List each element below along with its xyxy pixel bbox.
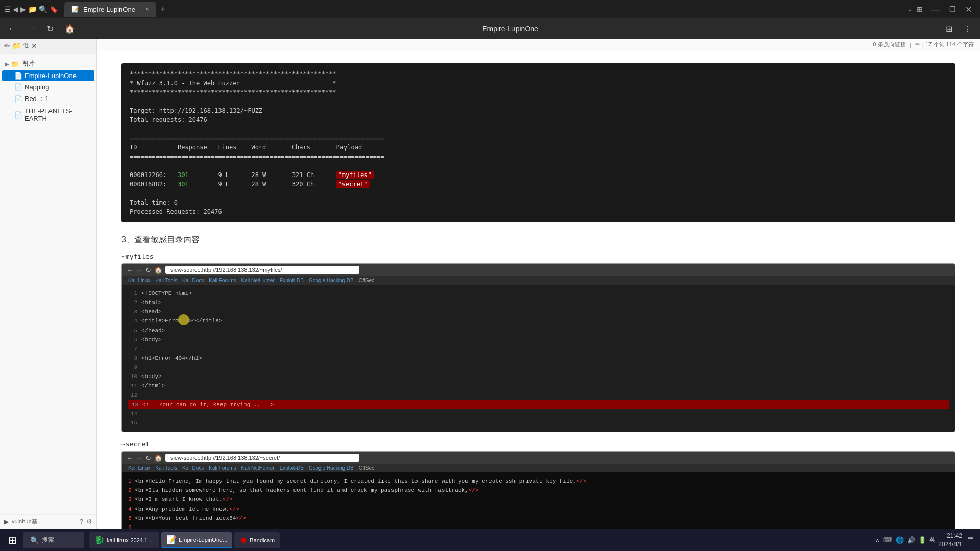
taskbar-app-kali[interactable]: 🐉 kali-linux-2024.1-... (89, 532, 159, 548)
bm2-offsec[interactable]: OffSec (357, 465, 376, 471)
tray-keyboard-icon[interactable]: ⌨ (883, 536, 893, 544)
tray-show-desktop[interactable]: 🗔 (965, 536, 976, 544)
tree-item-napping[interactable]: 📄 Napping (2, 82, 94, 92)
tab-close-button[interactable]: × (145, 6, 149, 13)
source-line-4: 4<title>Error 404</title> (128, 316, 949, 325)
bm-google-hacking[interactable]: Google Hacking DB (307, 277, 356, 284)
bm-kali-docs[interactable]: Kali Docs (180, 277, 206, 284)
tray-battery-icon[interactable]: 🔋 (918, 536, 926, 544)
bm2-kali-linux[interactable]: Kali Linux (126, 465, 152, 471)
tray-arrow[interactable]: ∧ (875, 537, 880, 544)
win-search-icon[interactable]: 🔍 (39, 5, 47, 13)
tray-network-icon[interactable]: 🌐 (896, 536, 904, 544)
clock-date: 2024/8/1 (938, 540, 962, 549)
nav-refresh-button[interactable]: ↻ (43, 22, 58, 36)
nav-forward-button[interactable]: → (23, 22, 40, 35)
bm2-kali-tools[interactable]: Kali Tools (153, 465, 179, 471)
bs2-home[interactable]: 🏠 (154, 454, 162, 462)
tree-item-planets-earth[interactable]: 📄 THE-PLANETS-EARTH (2, 106, 94, 124)
kali-app-label: kali-linux-2024.1-... (107, 537, 154, 543)
char-count: 17 个词 114 个字符 (925, 41, 974, 48)
layout-toggle-button[interactable]: ⊞ (942, 22, 957, 36)
tray-lang-icon[interactable]: 英 (929, 536, 935, 544)
tree-label-planets: THE-PLANETS-EARTH (24, 107, 90, 122)
taskbar-app-bandicam[interactable]: ⏺ Bandicam (234, 532, 280, 548)
tree-item-images[interactable]: ▶ 📁 图片 (2, 58, 94, 70)
bm2-kali-docs[interactable]: Kali Docs (180, 465, 206, 471)
bm-kali-nethunter[interactable]: Kali NetHunter (239, 277, 277, 284)
nav-back-button[interactable]: ← (4, 22, 20, 35)
sidebar-new-icon[interactable]: ✏ (4, 42, 10, 50)
sidebar-sort-icon[interactable]: ⇅ (23, 42, 29, 50)
sidebar-collapse-icon[interactable]: ▶ (4, 518, 9, 525)
taskbar-search[interactable]: 🔍 搜索 (23, 532, 84, 548)
secret-line-6: 6 (128, 523, 949, 529)
tree-item-empire-lupinone[interactable]: 📄 Empire-LupinOne (2, 70, 94, 81)
win-file-icon[interactable]: 📁 (28, 5, 37, 13)
more-options-button[interactable]: ⋮ (960, 22, 976, 36)
browser-secret-screenshot: ← → ↻ 🏠 view-source:http://192.168.138.1… (121, 451, 955, 529)
restore-button[interactable]: ❐ (945, 5, 960, 13)
bm-kali-forums[interactable]: Kali Forums (207, 277, 238, 284)
source-line-10: 10<body> (128, 372, 949, 381)
bs2-forward[interactable]: → (136, 454, 142, 462)
terminal-wfuzz: ****************************************… (121, 63, 955, 222)
sidebar-settings-icon[interactable]: ⚙ (86, 518, 92, 525)
taskbar-clock[interactable]: 21:42 2024/8/1 (938, 532, 962, 549)
source-line-7: 7 (128, 344, 949, 354)
tray-volume-icon[interactable]: 🔊 (907, 536, 915, 544)
link-count: 0 条反向链接 (873, 41, 905, 48)
source-line-9: 9 (128, 363, 949, 372)
bm2-kali-forums[interactable]: Kali Forums (207, 465, 238, 471)
source-line-1: 1<!DOCTYPE html> (128, 289, 949, 298)
minimize-button[interactable]: — (927, 4, 944, 15)
taskbar-app-empire[interactable]: 📝 Empire-LupinOne... (161, 532, 232, 548)
bs-back[interactable]: ← (126, 266, 133, 274)
secret-line-5: 5 <br><b>Your best friend icex64</> (128, 514, 949, 523)
bm2-exploit-db[interactable]: Exploit-DB (278, 465, 306, 471)
nav-home-button[interactable]: 🏠 (61, 22, 79, 36)
tab-title: Empire-LupinOne (83, 6, 135, 13)
sidebar-close-icon[interactable]: ✕ (31, 42, 37, 50)
expand-icon: ▶ (5, 61, 9, 67)
dropdown-icon[interactable]: ⌄ (908, 6, 913, 13)
bm-kali-tools[interactable]: Kali Tools (153, 277, 179, 284)
section3-heading: 3、查看敏感目录内容 (121, 235, 955, 245)
bs-forward[interactable]: → (136, 266, 142, 274)
doc-icon-2: 📄 (14, 83, 22, 91)
active-tab[interactable]: 📝 Empire-LupinOne × (64, 2, 156, 17)
win-sidebar-icon[interactable]: ☰ (4, 5, 11, 13)
sidebar-folder-icon[interactable]: 📁 (12, 42, 21, 50)
secret-line-3: 3 <br>I m smart I know that,</> (128, 495, 949, 504)
source-line-13-highlighted: 13<!-- Your can do it, keep trying... --… (128, 400, 949, 409)
sidebar-help-icon[interactable]: ? (80, 518, 83, 525)
bs2-back[interactable]: ← (126, 454, 133, 462)
layout-icon[interactable]: ⊞ (914, 5, 926, 13)
bandicam-label: Bandicam (250, 537, 275, 543)
bs2-refresh[interactable]: ↻ (145, 454, 151, 462)
bs-refresh[interactable]: ↻ (145, 266, 151, 274)
bm-kali-linux[interactable]: Kali Linux (126, 277, 152, 284)
edit-icon[interactable]: ✏ (915, 41, 920, 48)
tree-item-red[interactable]: 📄 Red ：1 (2, 93, 94, 105)
bm2-kali-nethunter[interactable]: Kali NetHunter (239, 465, 277, 471)
bs-home[interactable]: 🏠 (154, 266, 162, 274)
close-button[interactable]: ✕ (961, 5, 976, 14)
bm2-google-hacking[interactable]: Google Hacking DB (307, 465, 356, 471)
bm-exploit-db[interactable]: Exploit-DB (278, 277, 306, 284)
start-button[interactable]: ⊞ (4, 532, 21, 548)
source-line-5: 5</head> (128, 326, 949, 335)
search-icon: 🔍 (30, 536, 39, 544)
tab-icon: 📝 (71, 6, 79, 13)
win-bookmark-icon[interactable]: 🔖 (50, 5, 58, 13)
win-back-icon[interactable]: ◀ (13, 5, 18, 13)
folder-icon: 📁 (11, 60, 19, 68)
bs-url-bar[interactable]: view-source:http://192.168.138.132/~myfi… (165, 266, 359, 274)
tree-group-images: ▶ 📁 图片 (2, 58, 94, 70)
win-forward-icon[interactable]: ▶ (20, 5, 26, 13)
page-title-bar: Empire-LupinOne (482, 24, 538, 33)
tab-add-button[interactable]: + (160, 4, 166, 15)
bm-offsec[interactable]: OffSec (357, 277, 376, 284)
tree-item-label: 图片 (21, 59, 35, 68)
bs2-url-bar[interactable]: view-source:http://192.168.138.132/~secr… (165, 454, 359, 462)
